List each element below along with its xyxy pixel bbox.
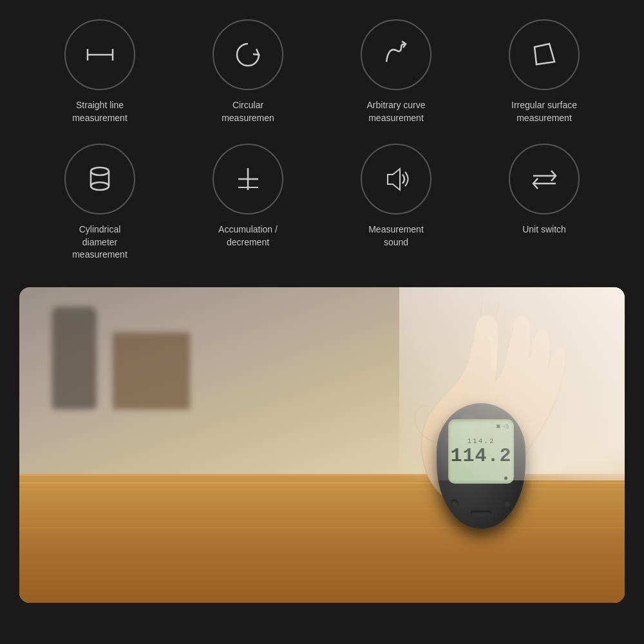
features-grid-row2: Cylindricaldiametermeasurement Accumulat… (26, 144, 618, 261)
feature-circle-accumulation (213, 144, 283, 214)
feature-unit-switch: Unit switch (470, 144, 618, 261)
svg-marker-3 (535, 44, 554, 64)
device-main-button (471, 511, 491, 516)
feature-circle-unit-switch (509, 144, 580, 214)
background-glass (52, 307, 97, 410)
device-left-sensor (451, 499, 459, 507)
wood-grain-3 (19, 527, 625, 528)
unit-switch-icon (527, 162, 562, 197)
feature-label-sound: Measurementsound (368, 223, 424, 249)
feature-circle-straight-line (64, 19, 135, 90)
device-photo: ▣ ◁) 114.2 114.2 (19, 287, 625, 603)
circular-icon (231, 37, 266, 73)
feature-circle-circular (213, 19, 283, 90)
feature-circle-irregular-surface (509, 19, 580, 90)
feature-circular: Circularmeasuremen (174, 19, 322, 124)
feature-label-accumulation: Accumulation /decrement (218, 223, 278, 249)
device-photo-section: ▣ ◁) 114.2 114.2 (19, 287, 625, 603)
feature-label-unit-switch: Unit switch (522, 223, 566, 236)
feature-label-arbitrary-curve: Arbitrary curvemeasurement (366, 99, 425, 124)
device-right-sensor (504, 499, 511, 507)
feature-circle-sound (361, 144, 431, 214)
feature-irregular-surface: Irregular surfacemeasurement (470, 19, 618, 124)
svg-point-7 (91, 182, 109, 190)
irregular-surface-icon (527, 37, 562, 73)
straight-line-icon (82, 37, 118, 73)
feature-cylindrical: Cylindricaldiametermeasurement (26, 144, 174, 261)
feature-straight-line: Straight linemeasurement (26, 19, 174, 124)
svg-point-4 (91, 167, 109, 175)
feature-circle-cylindrical (64, 144, 135, 214)
feature-label-irregular-surface: Irregular surfacemeasurement (511, 99, 577, 124)
feature-label-straight-line: Straight linemeasurement (72, 99, 128, 124)
scene-background: ▣ ◁) 114.2 114.2 (19, 287, 625, 603)
svg-marker-11 (388, 169, 400, 190)
feature-circle-arbitrary-curve (361, 19, 431, 90)
features-grid-row1: Straight linemeasurement Circularmeasure… (26, 19, 618, 124)
bg-light-area (399, 287, 625, 480)
background-box (113, 332, 190, 410)
feature-label-cylindrical: Cylindricaldiametermeasurement (72, 223, 128, 261)
accumulation-icon (231, 162, 266, 197)
feature-accumulation: Accumulation /decrement (174, 144, 322, 261)
features-section: Straight linemeasurement Circularmeasure… (0, 0, 644, 281)
sound-icon (379, 162, 414, 197)
feature-label-circular: Circularmeasuremen (222, 99, 274, 124)
feature-arbitrary-curve: Arbitrary curvemeasurement (322, 19, 470, 124)
feature-sound: Measurementsound (322, 144, 470, 261)
cylindrical-icon (82, 162, 118, 197)
arbitrary-curve-icon (379, 37, 414, 73)
